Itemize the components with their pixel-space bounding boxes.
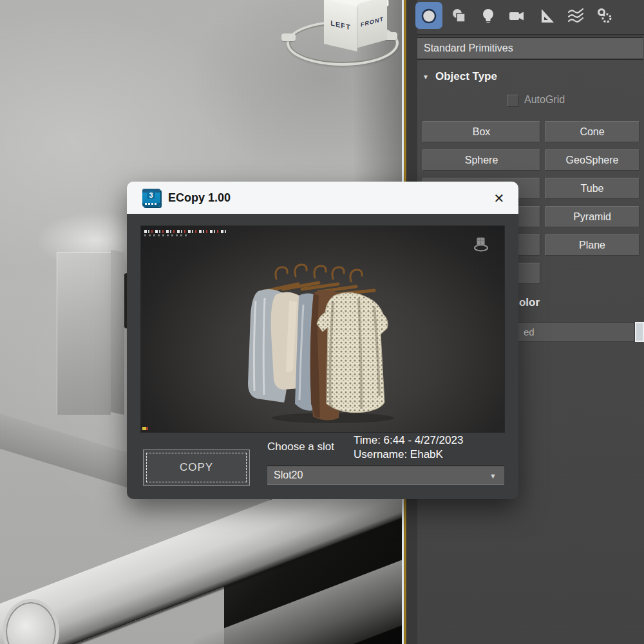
illegible-overlay-text xyxy=(144,230,227,233)
viewcube-ring-tab[interactable] xyxy=(281,33,296,41)
object-type-title: Object Type xyxy=(435,70,497,83)
slot-dropdown[interactable]: Slot20 ▼ xyxy=(267,465,504,485)
lights-icon[interactable] xyxy=(479,7,497,25)
box-button[interactable]: Box xyxy=(422,121,540,142)
viewcube[interactable]: LEFT FRONT xyxy=(285,0,398,64)
clothes-preview-image xyxy=(140,225,505,433)
box-object-front xyxy=(57,252,111,415)
helpers-icon[interactable] xyxy=(538,7,556,25)
box-object-side xyxy=(111,250,124,415)
time-label: Time: 6:44 - 4/27/2023 xyxy=(354,434,463,447)
copy-button-label: COPY xyxy=(180,461,213,474)
object-type-rollout-header[interactable]: ▼ Object Type xyxy=(417,64,644,89)
tube-button[interactable]: Tube xyxy=(545,178,639,199)
choose-slot-label: Choose a slot xyxy=(267,440,334,453)
viewcube-left-face[interactable]: LEFT xyxy=(324,0,357,52)
pyramid-button[interactable]: Pyramid xyxy=(545,206,639,227)
systems-icon[interactable] xyxy=(596,7,614,25)
dialog-title-bar[interactable]: 3 ECopy 1.00 ✕ xyxy=(127,182,518,214)
ecopy-dialog: 3 ECopy 1.00 ✕ xyxy=(127,182,518,499)
object-name-value: ed xyxy=(524,327,535,337)
plane-button[interactable]: Plane xyxy=(545,234,639,256)
sphere-button[interactable]: Sphere xyxy=(422,149,540,171)
object-color-swatch[interactable] xyxy=(635,322,644,342)
3dsmax-screen: LEFT FRONT xyxy=(0,0,644,644)
create-panel-toolbar xyxy=(417,0,644,35)
cameras-icon[interactable] xyxy=(507,7,526,25)
corner-artifact xyxy=(142,427,151,430)
rollout-collapse-icon: ▼ xyxy=(422,73,429,80)
shapes-icon[interactable] xyxy=(450,7,468,25)
illegible-overlay-text xyxy=(144,234,189,236)
chevron-down-icon: ▼ xyxy=(489,472,497,480)
viewcube-left-label: LEFT xyxy=(330,19,351,31)
viewcube-front-label: FRONT xyxy=(361,15,384,28)
dialog-title: ECopy 1.00 xyxy=(168,191,231,205)
slot-dropdown-value: Slot20 xyxy=(274,469,303,481)
clothes-on-hangers xyxy=(236,256,423,426)
space-warps-icon[interactable] xyxy=(567,7,585,25)
close-icon[interactable]: ✕ xyxy=(490,189,508,207)
3dsmax-app-icon: 3 xyxy=(142,189,160,207)
copy-button[interactable]: COPY xyxy=(143,450,250,486)
wall-beam xyxy=(0,411,145,490)
viewcube-front-face[interactable]: FRONT xyxy=(357,0,387,48)
geometry-icon[interactable] xyxy=(420,7,438,25)
autogrid-label: AutoGrid xyxy=(524,94,565,106)
dialog-body: COPY Choose a slot Time: 6:44 - 4/27/202… xyxy=(127,214,518,499)
geosphere-button[interactable]: GeoSphere xyxy=(545,149,639,171)
primitives-category-dropdown[interactable]: Standard Primitives xyxy=(417,37,643,60)
cone-button[interactable]: Cone xyxy=(545,121,639,142)
orbit-cube-icon xyxy=(472,235,490,253)
username-label: Username: EhabK xyxy=(354,448,443,461)
autogrid-checkbox[interactable] xyxy=(507,95,519,107)
primitives-category-label: Standard Primitives xyxy=(424,43,513,54)
